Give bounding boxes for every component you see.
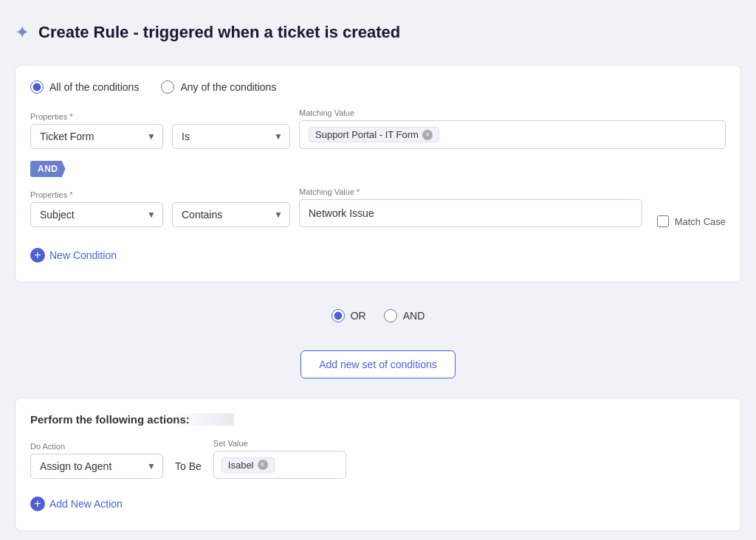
operator-field-1: Is ▼ bbox=[172, 124, 290, 149]
matching-value-input-1[interactable]: Support Portal - IT Form × bbox=[299, 120, 726, 149]
tag-action-remove-btn[interactable]: × bbox=[258, 460, 268, 470]
match-case-label[interactable]: Match Case bbox=[675, 216, 726, 227]
do-action-label: Do Action bbox=[30, 442, 163, 451]
any-conditions-radio-input[interactable] bbox=[161, 80, 174, 94]
properties-select-1[interactable]: Ticket Form bbox=[30, 124, 163, 149]
conditions-radio-group: All of the conditions Any of the conditi… bbox=[30, 80, 726, 94]
do-action-select[interactable]: Assign to Agent bbox=[30, 454, 163, 479]
tag-chip-1: Support Portal - IT Form × bbox=[309, 127, 439, 142]
tag-remove-btn-1[interactable]: × bbox=[422, 130, 433, 140]
to-be-label: To Be bbox=[175, 460, 202, 479]
properties-field-2: Properties * Subject ▼ bbox=[30, 190, 163, 227]
do-action-select-wrapper: Assign to Agent ▼ bbox=[30, 454, 163, 479]
page-header: ✦ Create Rule - triggered when a ticket … bbox=[15, 15, 741, 50]
operator-select-1[interactable]: Is bbox=[172, 124, 290, 149]
set-value-field: Set Value Isabel × bbox=[213, 439, 346, 479]
properties-label-2: Properties * bbox=[30, 190, 163, 199]
actions-header: Perform the following actions: bbox=[30, 413, 234, 426]
conditions-card: All of the conditions Any of the conditi… bbox=[15, 65, 741, 283]
condition-set-divider: OR AND Add new set of conditions bbox=[15, 297, 741, 387]
tag-chip-label-1: Support Portal - IT Form bbox=[315, 129, 419, 140]
page-title: Create Rule - triggered when a ticket is… bbox=[38, 23, 400, 42]
operator-select-2[interactable]: Contains bbox=[172, 202, 290, 227]
properties-select-2[interactable]: Subject bbox=[30, 202, 163, 227]
matching-label-2: Matching Value * bbox=[299, 187, 642, 196]
add-action-label: Add New Action bbox=[49, 498, 123, 510]
matching-value-box-2: Matching Value * bbox=[299, 187, 642, 227]
match-case-group: Match Case bbox=[657, 201, 726, 227]
operator-select-wrapper-1: Is ▼ bbox=[172, 124, 290, 149]
all-conditions-radio-input[interactable] bbox=[30, 80, 44, 94]
match-case-checkbox[interactable] bbox=[657, 215, 669, 227]
or-radio-input[interactable] bbox=[331, 309, 345, 322]
add-conditions-button[interactable]: Add new set of conditions bbox=[300, 350, 456, 378]
matching-value-input-2[interactable] bbox=[299, 199, 642, 227]
operator-field-2: Contains ▼ bbox=[172, 202, 290, 227]
any-conditions-radio[interactable]: Any of the conditions bbox=[161, 80, 276, 94]
and-radio-input[interactable] bbox=[384, 309, 397, 322]
all-conditions-radio[interactable]: All of the conditions bbox=[30, 80, 139, 94]
new-condition-button[interactable]: + New Condition bbox=[30, 243, 117, 267]
properties-field-1: Properties * Ticket Form ▼ bbox=[30, 112, 163, 149]
operator-select-wrapper-2: Contains ▼ bbox=[172, 202, 290, 227]
or-radio[interactable]: OR bbox=[331, 309, 366, 322]
sparkle-icon: ✦ bbox=[15, 22, 30, 43]
all-conditions-label: All of the conditions bbox=[49, 81, 139, 93]
matching-text-input-2[interactable] bbox=[309, 207, 633, 219]
plus-circle-icon: + bbox=[30, 248, 45, 263]
add-action-plus-icon: + bbox=[30, 496, 45, 511]
do-action-field: Do Action Assign to Agent ▼ bbox=[30, 442, 163, 479]
set-value-label: Set Value bbox=[213, 439, 346, 448]
properties-label-1: Properties * bbox=[30, 112, 163, 121]
and-label: AND bbox=[403, 310, 425, 322]
action-row-1: Do Action Assign to Agent ▼ To Be Set Va… bbox=[30, 439, 726, 479]
actions-card: Perform the following actions: Do Action… bbox=[15, 398, 741, 531]
set-value-box[interactable]: Isabel × bbox=[213, 451, 346, 479]
add-action-button[interactable]: + Add New Action bbox=[30, 492, 123, 516]
any-conditions-label: Any of the conditions bbox=[180, 81, 276, 93]
matching-value-box-1: Matching Value Support Portal - IT Form … bbox=[299, 108, 726, 149]
tag-chip-action: Isabel × bbox=[221, 457, 275, 473]
properties-select-wrapper-2: Subject ▼ bbox=[30, 202, 163, 227]
condition-row-2: Properties * Subject ▼ Contains ▼ Matchi bbox=[30, 187, 726, 227]
new-condition-label: New Condition bbox=[49, 249, 117, 261]
condition-row-1: Properties * Ticket Form ▼ Is ▼ Matching bbox=[30, 108, 726, 149]
matching-label-1: Matching Value bbox=[299, 108, 726, 117]
tag-chip-action-label: Isabel bbox=[228, 460, 254, 471]
actions-header-label: Perform the following actions: bbox=[30, 413, 190, 426]
or-and-radio-group: OR AND bbox=[331, 309, 425, 322]
add-conditions-label: Add new set of conditions bbox=[319, 359, 437, 370]
and-badge: AND bbox=[30, 161, 66, 177]
and-radio[interactable]: AND bbox=[384, 309, 425, 322]
properties-select-wrapper-1: Ticket Form ▼ bbox=[30, 124, 163, 149]
or-label: OR bbox=[351, 310, 366, 322]
